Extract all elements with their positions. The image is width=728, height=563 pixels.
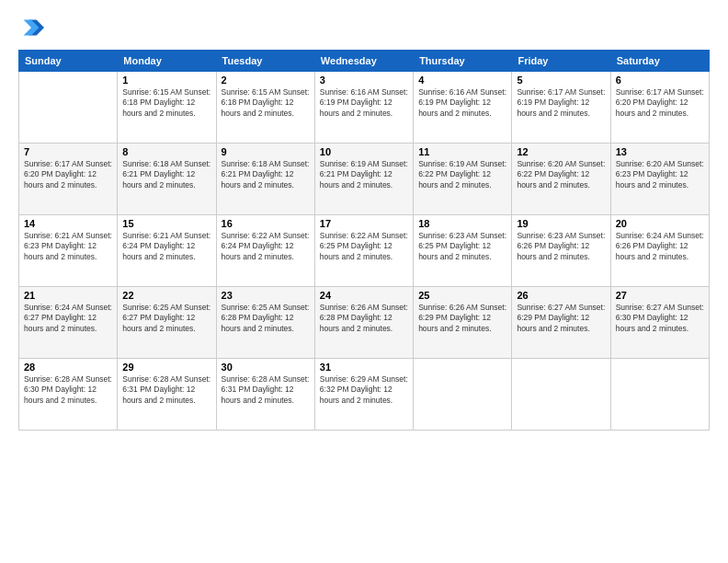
day-info: Sunrise: 6:20 AM Sunset: 6:22 PM Dayligh…	[517, 159, 605, 190]
calendar-week-row: 7Sunrise: 6:17 AM Sunset: 6:20 PM Daylig…	[19, 144, 710, 215]
day-info: Sunrise: 6:29 AM Sunset: 6:32 PM Dayligh…	[320, 374, 408, 406]
calendar-cell: 18Sunrise: 6:23 AM Sunset: 6:25 PM Dayli…	[414, 215, 512, 287]
logo	[18, 15, 48, 40]
col-header-tuesday: Tuesday	[216, 51, 314, 72]
day-number: 4	[418, 75, 506, 86]
day-info: Sunrise: 6:27 AM Sunset: 6:29 PM Dayligh…	[517, 303, 605, 334]
day-number: 13	[616, 146, 704, 157]
calendar-cell: 9Sunrise: 6:18 AM Sunset: 6:21 PM Daylig…	[216, 144, 314, 215]
day-number: 19	[517, 218, 605, 229]
day-number: 12	[517, 146, 605, 157]
calendar-cell: 21Sunrise: 6:24 AM Sunset: 6:27 PM Dayli…	[19, 287, 118, 359]
day-number: 27	[616, 290, 704, 301]
day-info: Sunrise: 6:21 AM Sunset: 6:23 PM Dayligh…	[24, 231, 112, 262]
calendar-cell: 22Sunrise: 6:25 AM Sunset: 6:27 PM Dayli…	[118, 287, 216, 359]
calendar-cell: 26Sunrise: 6:27 AM Sunset: 6:29 PM Dayli…	[512, 287, 610, 359]
calendar-cell: 11Sunrise: 6:19 AM Sunset: 6:22 PM Dayli…	[414, 144, 512, 215]
calendar-cell: 28Sunrise: 6:28 AM Sunset: 6:30 PM Dayli…	[19, 359, 118, 431]
day-number: 3	[320, 75, 408, 86]
calendar-cell: 23Sunrise: 6:25 AM Sunset: 6:28 PM Dayli…	[216, 287, 314, 359]
calendar-cell: 16Sunrise: 6:22 AM Sunset: 6:24 PM Dayli…	[216, 215, 314, 287]
day-number: 18	[418, 218, 506, 229]
day-info: Sunrise: 6:15 AM Sunset: 6:18 PM Dayligh…	[122, 87, 210, 119]
day-number: 1	[122, 75, 210, 86]
day-info: Sunrise: 6:17 AM Sunset: 6:19 PM Dayligh…	[517, 87, 605, 119]
day-number: 15	[122, 218, 210, 229]
day-info: Sunrise: 6:28 AM Sunset: 6:30 PM Dayligh…	[24, 374, 112, 406]
calendar-cell: 1Sunrise: 6:15 AM Sunset: 6:18 PM Daylig…	[118, 72, 216, 144]
col-header-friday: Friday	[512, 51, 610, 72]
day-number: 6	[616, 75, 704, 86]
day-info: Sunrise: 6:18 AM Sunset: 6:21 PM Dayligh…	[122, 159, 210, 190]
day-info: Sunrise: 6:26 AM Sunset: 6:28 PM Dayligh…	[320, 303, 408, 334]
calendar-cell: 10Sunrise: 6:19 AM Sunset: 6:21 PM Dayli…	[314, 144, 413, 215]
calendar-cell: 15Sunrise: 6:21 AM Sunset: 6:24 PM Dayli…	[118, 215, 216, 287]
col-header-thursday: Thursday	[414, 51, 512, 72]
calendar-cell: 6Sunrise: 6:17 AM Sunset: 6:20 PM Daylig…	[610, 72, 709, 144]
day-info: Sunrise: 6:17 AM Sunset: 6:20 PM Dayligh…	[616, 87, 704, 119]
day-number: 14	[24, 218, 112, 229]
calendar-cell: 14Sunrise: 6:21 AM Sunset: 6:23 PM Dayli…	[19, 215, 118, 287]
day-number: 24	[320, 290, 408, 301]
calendar-cell: 24Sunrise: 6:26 AM Sunset: 6:28 PM Dayli…	[314, 287, 413, 359]
page: SundayMondayTuesdayWednesdayThursdayFrid…	[0, 0, 728, 563]
day-number: 7	[24, 146, 112, 157]
day-info: Sunrise: 6:22 AM Sunset: 6:24 PM Dayligh…	[222, 231, 310, 262]
calendar-cell: 29Sunrise: 6:28 AM Sunset: 6:31 PM Dayli…	[118, 359, 216, 431]
day-number: 31	[320, 362, 408, 373]
day-info: Sunrise: 6:25 AM Sunset: 6:28 PM Dayligh…	[222, 303, 310, 334]
day-number: 8	[122, 146, 210, 157]
col-header-saturday: Saturday	[610, 51, 709, 72]
calendar-cell: 19Sunrise: 6:23 AM Sunset: 6:26 PM Dayli…	[512, 215, 610, 287]
day-info: Sunrise: 6:19 AM Sunset: 6:21 PM Dayligh…	[320, 159, 408, 190]
day-info: Sunrise: 6:16 AM Sunset: 6:19 PM Dayligh…	[320, 87, 408, 119]
calendar-cell: 2Sunrise: 6:15 AM Sunset: 6:18 PM Daylig…	[216, 72, 314, 144]
day-info: Sunrise: 6:19 AM Sunset: 6:22 PM Dayligh…	[418, 159, 506, 190]
col-header-wednesday: Wednesday	[314, 51, 413, 72]
calendar-cell: 17Sunrise: 6:22 AM Sunset: 6:25 PM Dayli…	[314, 215, 413, 287]
day-number: 23	[222, 290, 310, 301]
calendar-cell: 7Sunrise: 6:17 AM Sunset: 6:20 PM Daylig…	[19, 144, 118, 215]
calendar-cell: 12Sunrise: 6:20 AM Sunset: 6:22 PM Dayli…	[512, 144, 610, 215]
calendar-cell	[414, 359, 512, 431]
calendar-table: SundayMondayTuesdayWednesdayThursdayFrid…	[18, 50, 710, 431]
calendar-week-row: 28Sunrise: 6:28 AM Sunset: 6:30 PM Dayli…	[19, 359, 710, 431]
day-info: Sunrise: 6:23 AM Sunset: 6:25 PM Dayligh…	[418, 231, 506, 262]
day-info: Sunrise: 6:21 AM Sunset: 6:24 PM Dayligh…	[122, 231, 210, 262]
calendar-week-row: 21Sunrise: 6:24 AM Sunset: 6:27 PM Dayli…	[19, 287, 710, 359]
calendar-cell: 20Sunrise: 6:24 AM Sunset: 6:26 PM Dayli…	[610, 215, 709, 287]
calendar-cell: 30Sunrise: 6:28 AM Sunset: 6:31 PM Dayli…	[216, 359, 314, 431]
day-number: 10	[320, 146, 408, 157]
day-number: 21	[24, 290, 112, 301]
col-header-monday: Monday	[118, 51, 216, 72]
day-info: Sunrise: 6:20 AM Sunset: 6:23 PM Dayligh…	[616, 159, 704, 190]
day-info: Sunrise: 6:27 AM Sunset: 6:30 PM Dayligh…	[616, 303, 704, 334]
day-number: 17	[320, 218, 408, 229]
day-info: Sunrise: 6:24 AM Sunset: 6:27 PM Dayligh…	[24, 303, 112, 334]
day-info: Sunrise: 6:28 AM Sunset: 6:31 PM Dayligh…	[122, 374, 210, 406]
calendar-cell: 4Sunrise: 6:16 AM Sunset: 6:19 PM Daylig…	[414, 72, 512, 144]
day-number: 5	[517, 75, 605, 86]
calendar-cell: 31Sunrise: 6:29 AM Sunset: 6:32 PM Dayli…	[314, 359, 413, 431]
calendar-cell: 8Sunrise: 6:18 AM Sunset: 6:21 PM Daylig…	[118, 144, 216, 215]
day-number: 30	[222, 362, 310, 373]
calendar-cell: 3Sunrise: 6:16 AM Sunset: 6:19 PM Daylig…	[314, 72, 413, 144]
day-number: 25	[418, 290, 506, 301]
calendar-cell	[19, 72, 118, 144]
day-number: 28	[24, 362, 112, 373]
day-info: Sunrise: 6:16 AM Sunset: 6:19 PM Dayligh…	[418, 87, 506, 119]
day-info: Sunrise: 6:15 AM Sunset: 6:18 PM Dayligh…	[222, 87, 310, 119]
day-info: Sunrise: 6:25 AM Sunset: 6:27 PM Dayligh…	[122, 303, 210, 334]
calendar-cell	[610, 359, 709, 431]
day-number: 22	[122, 290, 210, 301]
day-info: Sunrise: 6:23 AM Sunset: 6:26 PM Dayligh…	[517, 231, 605, 262]
day-info: Sunrise: 6:26 AM Sunset: 6:29 PM Dayligh…	[418, 303, 506, 334]
header	[18, 15, 710, 40]
calendar-week-row: 14Sunrise: 6:21 AM Sunset: 6:23 PM Dayli…	[19, 215, 710, 287]
day-info: Sunrise: 6:18 AM Sunset: 6:21 PM Dayligh…	[222, 159, 310, 190]
calendar-cell: 27Sunrise: 6:27 AM Sunset: 6:30 PM Dayli…	[610, 287, 709, 359]
day-number: 11	[418, 146, 506, 157]
day-info: Sunrise: 6:28 AM Sunset: 6:31 PM Dayligh…	[222, 374, 310, 406]
logo-icon	[18, 15, 44, 40]
day-number: 2	[222, 75, 310, 86]
